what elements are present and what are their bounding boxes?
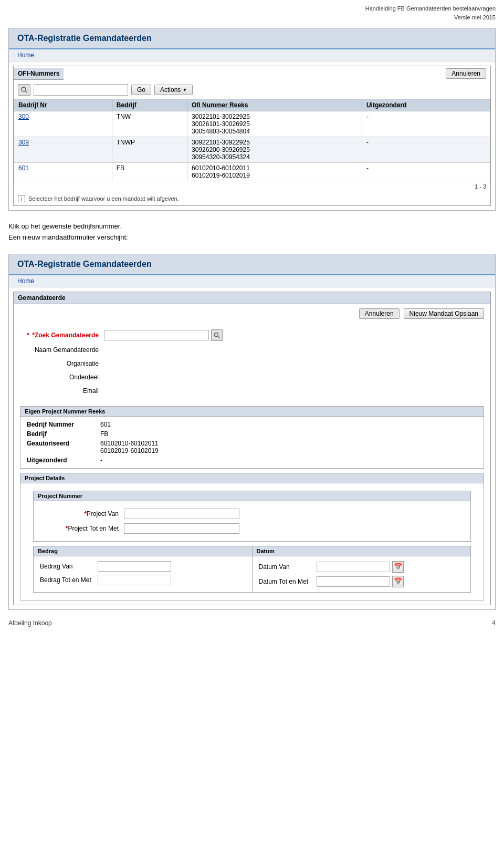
screen1-ota-header: OTA-Registratie Gemandateerden [9,28,495,49]
screen2-nav: Home [9,275,495,287]
col-ofi-reeks: Ofi Nummer Reeks [187,99,362,111]
uitgezonderd-row: Uitgezonderd - [27,455,477,465]
zoek-input[interactable] [104,330,209,340]
bedrag-tot-label: Bedrag Tot en Met [40,576,98,584]
datum-van-row: Datum Van 📅 [259,560,465,574]
bedrijf-nummer-label: Bedrijf Nummer [27,421,100,428]
bedrag-body: Bedrag Van Bedrag Tot en Met [34,556,252,590]
cell-uitgezonderd: - [362,163,490,181]
svg-point-0 [22,87,26,91]
gemandateerde-section: Gemandateerde Annuleren Nieuw Mandaat Op… [13,292,491,605]
footer-right: 4 [492,619,496,627]
annuleren-button-1[interactable]: Annuleren [446,68,486,79]
uitgezonderd-label: Uitgezonderd [27,457,100,464]
go-button[interactable]: Go [131,85,151,95]
datum-tot-calendar-icon[interactable]: 📅 [392,576,404,587]
doc-footer: Afdeling Inkoop 4 [0,614,504,632]
screen2-title: OTA-Registratie Gemandateerden [17,260,487,269]
table-header-row: Bedrijf Nr Bedrijf Ofi Nummer Reeks Uitg… [14,99,490,111]
col-bedrijf: Bedrijf [112,99,187,111]
bedrag-tot-input[interactable] [98,575,171,585]
ofi-table: Bedrijf Nr Bedrijf Ofi Nummer Reeks Uitg… [14,99,490,181]
project-nummer-title: Project Nummer [34,491,470,501]
datum-title: Datum [253,546,471,556]
bedrijf-nr-link[interactable]: 601 [18,164,29,172]
datum-tot-row: Datum Tot en Met 📅 [259,574,465,589]
zoek-row: *Zoek Gemandateerde [20,327,484,343]
project-nummer-box: Project Nummer *Project Van *Project Tot… [33,491,471,542]
cell-ofi-reeks: 30922101-30922925 30926200-30926925 3095… [187,137,362,163]
datum-body: Datum Van 📅 Datum Tot en Met 📅 [253,556,471,592]
datum-box: Datum Datum Van 📅 Datum Tot en Met 📅 [253,546,471,593]
screen1-nav: Home [9,49,495,61]
cell-bedrijf-nr[interactable]: 309 [14,137,112,163]
zoek-search-button[interactable] [211,329,223,341]
bedrag-box: Bedrag Bedrag Van Bedrag Tot en Met [33,546,253,593]
prose-line1: Klik op het gewenste bedrijfsnummer. [8,221,496,232]
bedrijf-nummer-value: 601 [100,421,111,428]
zoek-label: *Zoek Gemandateerde [20,332,104,339]
project-van-label: *Project Van [40,510,124,517]
uitgezonderd-value: - [100,457,102,464]
info-icon: i [18,195,25,202]
screen1-home-link[interactable]: Home [17,51,34,59]
gemandateerde-form: *Zoek Gemandateerde Naam Gemandateerde O… [14,323,490,402]
project-tot-input[interactable] [124,523,239,534]
info-text: Selecteer het bedrijf waarvoor u een man… [28,195,179,202]
datum-van-input[interactable] [317,562,390,572]
cell-uitgezonderd: - [362,137,490,163]
organisatie-label: Organisatie [20,360,104,367]
cell-bedrijf: FB [112,163,187,181]
search-input[interactable] [34,84,128,96]
col-uitgezonderd: Uitgezonderd [362,99,490,111]
project-van-input[interactable] [124,509,239,519]
bedrag-van-input[interactable] [98,561,171,572]
prose-section: Klik op het gewenste bedrijfsnummer. Een… [0,215,504,250]
actions-button[interactable]: Actions ▼ [154,85,193,95]
pagination: 1 - 3 [14,181,490,192]
screen2-ota-header: OTA-Registratie Gemandateerden [9,254,495,275]
cell-bedrijf-nr[interactable]: 601 [14,163,112,181]
screen2-home-link[interactable]: Home [17,277,34,285]
gemandateerde-title: Gemandateerde [14,292,490,304]
bedrag-van-row: Bedrag Van [40,560,246,573]
footer-left: Afdeling Inkoop [8,619,52,627]
screen2-container: OTA-Registratie Gemandateerden Home Gema… [8,254,496,610]
naam-label: Naam Gemandateerde [20,346,104,354]
project-details-body: Project Nummer *Project Van *Project Tot… [20,483,484,600]
cell-bedrijf: TNW [112,111,187,137]
table-row: 601FB60102010-60102011 60102019-60102019… [14,163,490,181]
svg-line-1 [26,91,27,93]
cell-bedrijf-nr[interactable]: 300 [14,111,112,137]
bedrag-van-label: Bedrag Van [40,563,98,570]
datum-tot-input[interactable] [317,576,390,587]
project-details-section: Project Details Project Nummer *Project … [20,473,484,600]
annuleren-button-2[interactable]: Annuleren [359,308,400,319]
ofi-nummers-section: OFI-Nummers Annuleren Go Actions ▼ [13,66,491,206]
col-bedrijf-nr: Bedrijf Nr [14,99,112,111]
svg-line-3 [218,336,219,338]
bedrijf-nr-link[interactable]: 309 [18,139,29,146]
search-icon[interactable] [18,84,30,96]
section-title: OFI-Nummers [14,68,64,80]
project-tot-row: *Project Tot en Met [40,521,464,536]
screen1-container: OTA-Registratie Gemandateerden Home OFI-… [8,28,496,211]
bedrag-tot-row: Bedrag Tot en Met [40,573,246,587]
bedrijf-nummer-row: Bedrijf Nummer 601 [27,420,477,429]
bedrag-title: Bedrag [34,546,252,556]
table-row: 300TNW30022101-30022925 30026101-3002692… [14,111,490,137]
prose-line2: Een nieuw mandaatformulier verschijnt: [8,232,496,243]
geautoriseerd-row: Geautoriseerd 60102010-60102011 60102019… [27,439,477,455]
bedrijf-nr-link[interactable]: 300 [18,113,29,120]
datum-tot-label: Datum Tot en Met [259,578,317,585]
cell-ofi-reeks: 30022101-30022925 30026101-30026925 3005… [187,111,362,137]
eigen-project-title: Eigen Project Nummer Reeks [20,407,484,417]
opslaan-button[interactable]: Nieuw Mandaat Opslaan [404,308,484,319]
bedrijf-value: FB [100,430,108,438]
bedrag-datum-row: Bedrag Bedrag Van Bedrag Tot en Met [33,546,471,593]
geautoriseerd-label: Geautoriseerd [27,440,100,447]
header-line1: Handleiding FB Gemandateerden bestelaanv… [0,4,496,13]
naam-row: Naam Gemandateerde [20,343,484,357]
datum-van-calendar-icon[interactable]: 📅 [392,561,404,573]
email-row: Email [20,384,484,398]
